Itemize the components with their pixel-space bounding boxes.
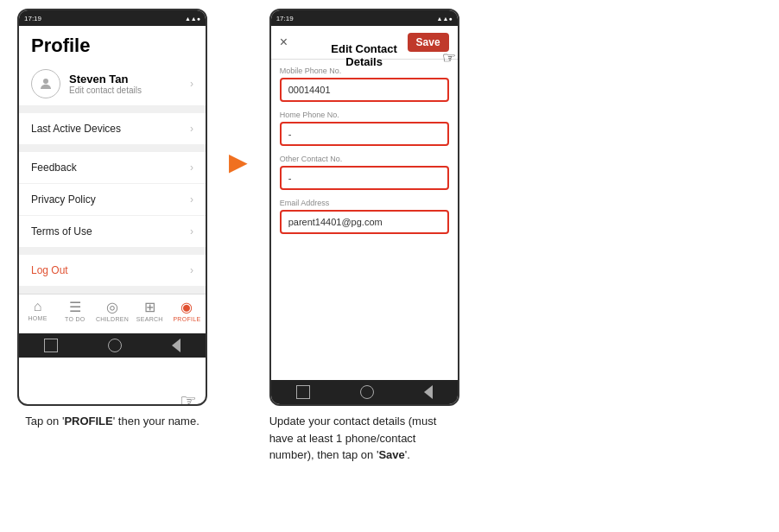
todo-icon: ☰ [69,299,81,315]
right-panel: 17:19 ▲▲● × Edit Contact Details Save ☞ [269,9,459,464]
right-time: 17:19 [276,15,294,22]
menu-item-last-active[interactable]: Last Active Devices › [19,113,206,145]
arrow-section: ► [223,147,254,178]
left-phone: 17:19 ▲▲● Profile Stev [17,9,207,406]
children-icon: ◎ [106,299,118,315]
search-icon: ⊞ [144,299,155,315]
menu-label-last-active: Last Active Devices [31,123,190,135]
avatar [31,69,60,98]
forward-arrow: ► [223,147,254,178]
label-home: Home Phone No. [280,111,449,119]
home-icon: ⌂ [34,299,42,314]
menu-item-terms[interactable]: Terms of Use › [19,216,206,248]
svg-point-0 [43,79,48,84]
save-btn-wrapper: Save ☞ [408,33,449,52]
edit-title: Edit Contact Details [318,42,411,68]
chevron-privacy: › [190,193,193,206]
profile-title: Profile [19,26,206,62]
main-container: 17:19 ▲▲● Profile Stev [17,9,762,464]
nav-home[interactable]: ⌂ HOME [19,299,56,332]
menu-item-logout[interactable]: Log Out › [19,255,206,287]
right-caption-bold: Save [378,448,404,461]
nav-todo[interactable]: ☰ TO DO [56,299,93,332]
close-button[interactable]: × [280,35,288,50]
bottom-nav: ⌂ HOME ☰ TO DO ◎ CHILDREN ⊞ SEARCH ◉ P [19,294,206,333]
android-home[interactable] [108,339,122,352]
right-status-bar: 17:19 ▲▲● [271,10,458,26]
android-bar-right [271,380,458,404]
right-caption: Update your contact details (must have a… [269,413,459,464]
menu-label-privacy: Privacy Policy [31,193,190,206]
input-email[interactable] [280,210,449,234]
edit-form: Mobile Phone No. Home Phone No. Other Co… [271,60,458,380]
user-info: Steven Tan Edit contact details [69,73,190,95]
profile-content: Profile Steven Tan Edit contact details … [19,26,206,294]
user-subtitle: Edit contact details [69,86,190,95]
user-row[interactable]: Steven Tan Edit contact details › ☞ [19,62,206,106]
nav-profile[interactable]: ◉ PROFILE [168,299,206,332]
nav-home-label: HOME [28,315,48,321]
hand-cursor-left: ☞ [180,390,197,406]
left-panel: 17:19 ▲▲● Profile Stev [17,9,207,430]
left-time: 17:19 [24,15,41,22]
chevron-feedback: › [190,162,193,174]
android-square-right[interactable] [296,385,310,399]
separator-3 [19,248,206,255]
left-status-icons: ▲▲● [185,16,200,22]
menu-item-feedback[interactable]: Feedback › [19,152,206,184]
label-other: Other Contact No. [280,155,449,163]
chevron-terms: › [190,225,193,238]
field-home: Home Phone No. [280,111,449,146]
field-other: Other Contact No. [280,155,449,190]
android-home-right[interactable] [360,385,374,399]
menu-label-feedback: Feedback [31,162,190,174]
right-status-icons: ▲▲● [437,16,453,22]
menu-label-logout: Log Out [31,264,190,276]
user-chevron: › [190,78,193,90]
nav-todo-label: TO DO [65,316,86,322]
label-email: Email Address [280,199,449,207]
nav-search[interactable]: ⊞ SEARCH [131,299,168,332]
save-button[interactable]: Save [408,33,449,52]
separator-2 [19,145,206,152]
nav-profile-label: PROFILE [173,316,200,322]
chevron-logout: › [190,264,193,276]
menu-item-privacy[interactable]: Privacy Policy › [19,184,206,216]
left-caption-bold: PROFILE [64,415,112,428]
separator-4 [19,287,206,294]
right-phone: 17:19 ▲▲● × Edit Contact Details Save ☞ [269,9,459,406]
left-status-bar: 17:19 ▲▲● [19,10,206,26]
android-square[interactable] [44,339,58,352]
android-back[interactable] [172,339,180,352]
nav-search-label: SEARCH [136,316,163,322]
field-mobile: Mobile Phone No. [280,66,449,102]
nav-children[interactable]: ◎ CHILDREN [93,299,130,332]
input-mobile[interactable] [280,78,449,102]
edit-header: × Edit Contact Details Save ☞ [271,26,458,60]
field-email: Email Address [280,199,449,234]
chevron-last-active: › [190,123,193,135]
profile-icon: ◉ [180,299,193,315]
nav-children-label: CHILDREN [96,316,129,322]
input-home[interactable] [280,122,449,146]
separator-1 [19,106,206,113]
left-caption: Tap on 'PROFILE' then your name. [25,413,200,430]
input-other[interactable] [280,166,449,190]
user-name: Steven Tan [69,73,190,86]
android-bar-left [19,333,206,358]
menu-label-terms: Terms of Use [31,225,190,238]
android-back-right[interactable] [424,385,433,399]
